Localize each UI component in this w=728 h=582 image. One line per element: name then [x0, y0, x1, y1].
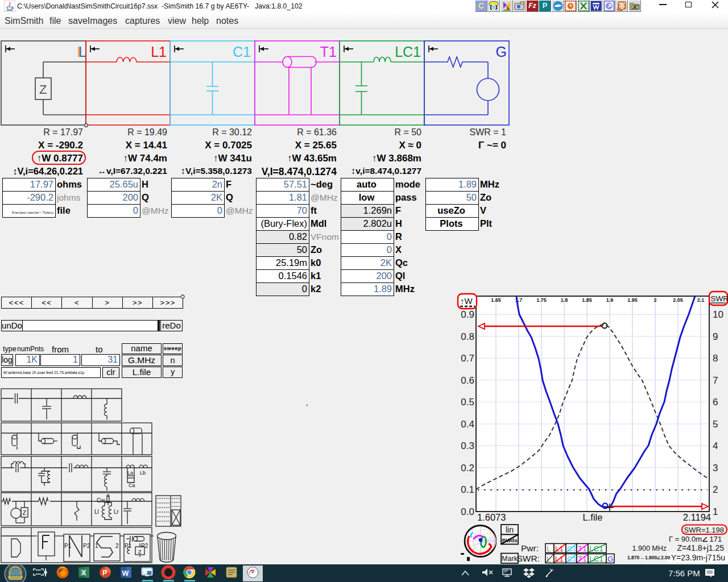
svg-text:Y=23.9m-j715u: Y=23.9m-j715u: [671, 553, 725, 562]
svg-text:2.1194: 2.1194: [683, 512, 711, 522]
svg-text:1.900: 1.900: [645, 555, 657, 560]
svg-text:Z: Z: [138, 549, 142, 555]
svg-text:SWR=1.198: SWR=1.198: [684, 526, 724, 534]
svg-text:0.8: 0.8: [461, 331, 474, 342]
svg-text:1.85: 1.85: [582, 297, 592, 303]
svg-text:1.65: 1.65: [491, 297, 501, 303]
svg-text:Lb: Lb: [140, 470, 146, 476]
svg-text:1.870: 1.870: [627, 555, 640, 560]
svg-text:LC1: LC1: [395, 44, 421, 60]
svg-text:Z: Z: [23, 509, 27, 516]
svg-text:7:56 PM: 7:56 PM: [668, 568, 700, 578]
svg-text:9: 9: [713, 331, 718, 342]
svg-text:10: 10: [713, 309, 723, 320]
svg-text:P1: P1: [64, 543, 72, 549]
svg-text:L.file: L.file: [583, 512, 603, 522]
svg-text:3: 3: [713, 463, 718, 473]
svg-text:1.6073: 1.6073: [477, 512, 506, 522]
svg-text:L: L: [547, 544, 551, 553]
svg-text:1.9: 1.9: [606, 297, 614, 303]
svg-text:5: 5: [713, 419, 718, 430]
svg-text:1: 1: [713, 506, 718, 517]
svg-text:0.0: 0.0: [461, 506, 474, 517]
svg-text:L1: L1: [151, 44, 167, 60]
svg-text:0.5: 0.5: [461, 397, 474, 408]
svg-text:X: X: [81, 569, 86, 577]
svg-text:T1: T1: [320, 44, 337, 60]
svg-text:↔: ↔: [640, 555, 645, 560]
svg-text:Γ = 90.0m: Γ = 90.0m: [669, 535, 702, 543]
svg-text:1: 1: [95, 543, 98, 549]
svg-text:0.2: 0.2: [461, 463, 474, 473]
svg-text:2.1: 2.1: [697, 297, 705, 303]
svg-text:lin: lin: [506, 525, 514, 534]
svg-text:1.95: 1.95: [627, 297, 638, 303]
svg-text:G: G: [607, 555, 614, 563]
svg-text:SWR:: SWR:: [517, 554, 540, 563]
svg-text:P2: P2: [83, 543, 90, 549]
svg-text:C1: C1: [233, 44, 251, 60]
svg-text:0.9: 0.9: [461, 309, 474, 320]
svg-text:1.900 MHz: 1.900 MHz: [632, 544, 667, 552]
svg-text:La: La: [127, 470, 133, 476]
svg-text:W: W: [122, 569, 129, 577]
svg-text:8: 8: [713, 353, 718, 364]
svg-text:2: 2: [115, 543, 119, 549]
svg-text:Pwr:: Pwr:: [521, 543, 539, 553]
svg-text:2: 2: [653, 297, 656, 303]
svg-text:Mark: Mark: [502, 555, 518, 563]
svg-text:Z: Z: [39, 82, 47, 97]
svg-text:L: L: [78, 44, 86, 60]
svg-text:4: 4: [713, 440, 718, 451]
svg-text:7: 7: [713, 375, 718, 386]
svg-text:0.7: 0.7: [461, 353, 474, 364]
svg-text:1.75: 1.75: [536, 297, 547, 303]
svg-text:SWR: SWR: [711, 294, 728, 303]
svg-text:Z=41.8+j1.25: Z=41.8+j1.25: [677, 543, 724, 552]
svg-text:0.6: 0.6: [461, 375, 474, 386]
svg-text:0.3: 0.3: [461, 440, 474, 451]
svg-text:C1: C1: [567, 544, 577, 553]
svg-text:0.1: 0.1: [461, 484, 474, 495]
svg-text:P1: P1: [125, 543, 132, 549]
svg-text:2.00: 2.00: [661, 555, 671, 560]
svg-text:171: 171: [710, 535, 722, 543]
svg-text:6: 6: [713, 397, 718, 408]
svg-text:Lr: Lr: [114, 509, 119, 515]
svg-text:Ca: Ca: [129, 483, 135, 488]
svg-text:↑W: ↑W: [460, 296, 473, 306]
svg-text:G: G: [496, 44, 507, 60]
svg-text:2: 2: [713, 484, 718, 495]
svg-text:2.05: 2.05: [673, 297, 683, 303]
svg-text:0.4: 0.4: [461, 419, 474, 430]
svg-text:P: P: [102, 569, 107, 577]
svg-text:Cw: Cw: [97, 497, 105, 504]
svg-text:1.8: 1.8: [561, 297, 568, 303]
svg-text:Ll: Ll: [94, 509, 99, 515]
svg-text:C1: C1: [567, 555, 577, 563]
